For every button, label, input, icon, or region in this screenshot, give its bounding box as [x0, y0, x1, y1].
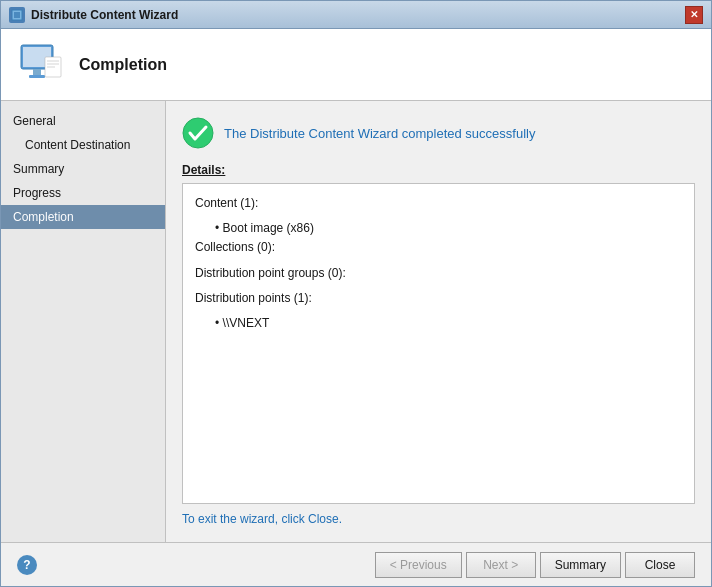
distribution-points-list: \\VNEXT: [195, 314, 682, 333]
wizard-window: Distribute Content Wizard ✕ Completion: [0, 0, 712, 587]
success-icon: [182, 117, 214, 149]
next-button[interactable]: Next >: [466, 552, 536, 578]
svg-point-10: [183, 118, 213, 148]
svg-rect-5: [29, 75, 45, 78]
summary-button[interactable]: Summary: [540, 552, 621, 578]
sidebar-item-general[interactable]: General: [1, 109, 165, 133]
details-box: Content (1): Boot image (x86) Collection…: [182, 183, 695, 504]
header-area: Completion: [1, 29, 711, 101]
titlebar-icon: [9, 7, 25, 23]
sidebar: General Content Destination Summary Prog…: [1, 101, 166, 542]
content-list: Boot image (x86): [195, 219, 682, 238]
wizard-header-icon: [17, 41, 65, 89]
content-label: Content (1):: [195, 194, 682, 213]
svg-rect-1: [14, 12, 20, 18]
svg-rect-4: [33, 69, 41, 75]
sidebar-item-content-destination[interactable]: Content Destination: [1, 133, 165, 157]
footer-left: ?: [17, 555, 37, 575]
collections-label: Collections (0):: [195, 238, 682, 257]
footer-buttons: < Previous Next > Summary Close: [375, 552, 695, 578]
sidebar-item-summary[interactable]: Summary: [1, 157, 165, 181]
footer: ? < Previous Next > Summary Close: [1, 542, 711, 586]
distribution-groups-label: Distribution point groups (0):: [195, 264, 682, 283]
help-button[interactable]: ?: [17, 555, 37, 575]
previous-button[interactable]: < Previous: [375, 552, 462, 578]
wizard-header-title: Completion: [79, 56, 167, 74]
success-banner: The Distribute Content Wizard completed …: [182, 117, 695, 149]
distribution-points-label: Distribution points (1):: [195, 289, 682, 308]
close-button[interactable]: Close: [625, 552, 695, 578]
exit-text: To exit the wizard, click Close.: [182, 512, 695, 526]
close-window-button[interactable]: ✕: [685, 6, 703, 24]
titlebar: Distribute Content Wizard ✕: [1, 1, 711, 29]
distribution-point-item: \\VNEXT: [195, 314, 682, 333]
titlebar-title: Distribute Content Wizard: [31, 8, 685, 22]
success-message: The Distribute Content Wizard completed …: [224, 126, 535, 141]
sidebar-item-progress[interactable]: Progress: [1, 181, 165, 205]
main-content: General Content Destination Summary Prog…: [1, 101, 711, 542]
details-label: Details:: [182, 163, 695, 177]
content-item: Boot image (x86): [195, 219, 682, 238]
right-panel: The Distribute Content Wizard completed …: [166, 101, 711, 542]
sidebar-item-completion[interactable]: Completion: [1, 205, 165, 229]
